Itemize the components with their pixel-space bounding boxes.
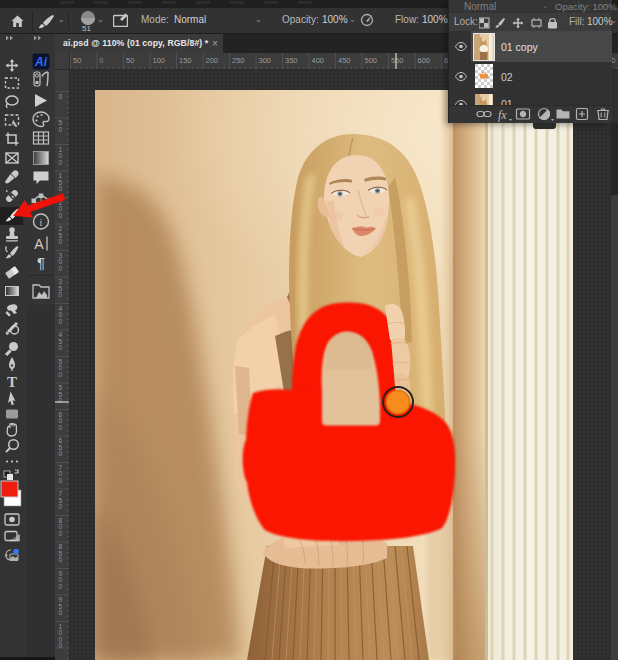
svg-text:500: 500 (365, 56, 378, 65)
svg-text:0: 0 (59, 424, 63, 431)
svg-text:0: 0 (59, 530, 63, 537)
svg-text:250: 250 (232, 56, 245, 65)
svg-text:0: 0 (59, 609, 63, 616)
svg-text:0: 0 (59, 126, 63, 133)
svg-text:0: 0 (59, 642, 63, 649)
svg-text:350: 350 (285, 56, 298, 65)
svg-text:200: 200 (206, 56, 219, 65)
svg-text:0: 0 (59, 503, 63, 510)
svg-text:0: 0 (59, 265, 63, 272)
svg-text:400: 400 (312, 56, 325, 65)
svg-text:0: 0 (59, 344, 63, 351)
svg-text:600: 600 (418, 56, 431, 65)
svg-text:100: 100 (153, 56, 166, 65)
svg-text:150: 150 (179, 56, 192, 65)
svg-text:A: A (34, 236, 44, 252)
svg-text:0: 0 (59, 318, 63, 325)
svg-text:0: 0 (59, 159, 63, 166)
svg-text:0: 0 (59, 450, 63, 457)
svg-text:300: 300 (259, 56, 272, 65)
svg-text:50: 50 (73, 56, 81, 65)
svg-text:0: 0 (59, 556, 63, 563)
svg-text:0: 0 (59, 291, 63, 298)
svg-text:0: 0 (59, 371, 63, 378)
svg-text:550: 550 (391, 56, 404, 65)
svg-text:450: 450 (338, 56, 351, 65)
svg-text:Ai: Ai (34, 55, 48, 69)
svg-text:0: 0 (59, 93, 63, 100)
svg-text:¶: ¶ (37, 254, 45, 271)
svg-text:0: 0 (100, 57, 104, 64)
svg-text:0: 0 (59, 397, 63, 404)
svg-text:T: T (7, 374, 17, 390)
svg-text:fx: fx (498, 108, 507, 122)
svg-text:0: 0 (59, 477, 63, 484)
svg-text:50: 50 (126, 56, 134, 65)
svg-text:0: 0 (59, 238, 63, 245)
svg-text:0: 0 (59, 583, 63, 590)
